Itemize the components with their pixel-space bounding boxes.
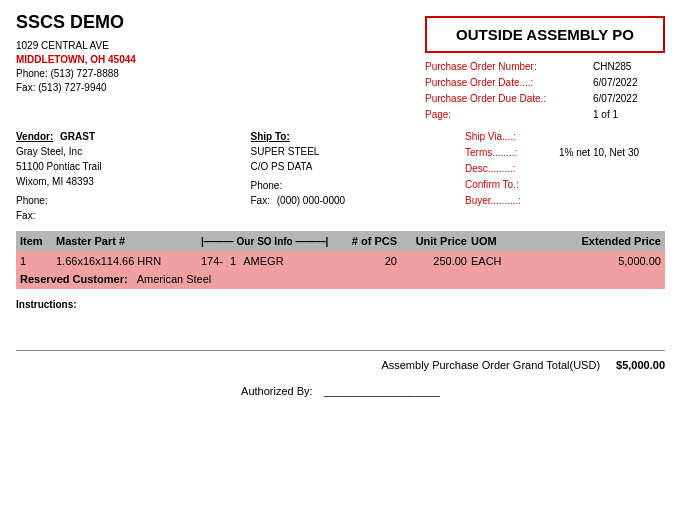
row-so-qty: 1 <box>230 255 236 267</box>
row-so-name: AMEGR <box>243 255 283 267</box>
row-so-num: 174- <box>201 255 223 267</box>
po-page-label: Page: <box>425 107 585 123</box>
col-header-item: Item <box>20 235 56 247</box>
ship-to-block: Ship To: SUPER STEEL C/O PS DATA Phone: … <box>251 129 431 223</box>
company-phone: Phone: (513) 727-8888 <box>16 67 136 81</box>
address-line1: 1029 CENTRAL AVE <box>16 39 136 53</box>
ship-via-row: Ship Via....: <box>465 129 665 145</box>
company-address: 1029 CENTRAL AVE MIDDLETOWN, OH 45044 Ph… <box>16 39 136 95</box>
middle-section: Vendor: GRAST Gray Steel, Inc 51100 Pont… <box>16 129 665 223</box>
vendor-fax-label: Fax: <box>16 210 35 221</box>
ship-label-row: Ship To: <box>251 129 431 144</box>
desc-row: Desc.........: <box>465 161 665 177</box>
page: SSCS DEMO 1029 CENTRAL AVE MIDDLETOWN, O… <box>0 0 681 514</box>
po-page-row: Page: 1 of 1 <box>425 107 665 123</box>
po-date-label: Purchase Order Date....: <box>425 75 585 91</box>
ship-label: Ship To: <box>251 131 290 142</box>
po-number-row: Purchase Order Number: CHN285 <box>425 59 665 75</box>
city-state-zip: MIDDLETOWN, OH 45044 <box>16 53 136 67</box>
po-due-value: 6/07/2022 <box>593 91 638 107</box>
row-ext-price: 5,000.00 <box>516 255 661 267</box>
grand-total-section: Assembly Purchase Order Grand Total(USD)… <box>16 359 665 371</box>
authorized-label: Authorized By: <box>241 385 313 397</box>
outside-assembly-label: OUTSIDE ASSEMBLY PO <box>425 16 665 53</box>
right-info-block: Ship Via....: Terms........: 1% net 10, … <box>465 129 665 223</box>
row-so-info: 174- 1 AMEGR <box>201 255 346 267</box>
reserved-label: Reserved Customer: <box>20 273 128 285</box>
po-info: Purchase Order Number: CHN285 Purchase O… <box>425 59 665 123</box>
reserved-value: American Steel <box>137 273 212 285</box>
vendor-phone-row: Phone: <box>16 193 216 208</box>
ship-fax-value: (000) 000-0000 <box>277 195 345 206</box>
po-date-row: Purchase Order Date....: 6/07/2022 <box>425 75 665 91</box>
po-due-row: Purchase Order Due Date.: 6/07/2022 <box>425 91 665 107</box>
table-row: 1 1.66x16x114.66 HRN 174- 1 AMEGR 20 250… <box>16 251 665 271</box>
ship-fax-label: Fax: <box>251 195 270 206</box>
divider-line <box>16 350 665 351</box>
terms-row: Terms........: 1% net 10, Net 30 <box>465 145 665 161</box>
vendor-fax-row: Fax: <box>16 208 216 223</box>
terms-label: Terms........: <box>465 145 555 161</box>
confirm-label: Confirm To.: <box>465 177 555 193</box>
po-due-label: Purchase Order Due Date.: <box>425 91 585 107</box>
po-page-value: 1 of 1 <box>593 107 618 123</box>
col-header-uom: UOM <box>471 235 516 247</box>
po-number-value: CHN285 <box>593 59 631 75</box>
table-header: Item Master Part # |——— Our SO Info ———|… <box>16 231 665 251</box>
vendor-phone-label: Phone: <box>16 195 48 206</box>
vendor-company: Gray Steel, Inc <box>16 144 216 159</box>
vendor-name: GRAST <box>60 131 95 142</box>
col-header-so-info: |——— Our SO Info ———| <box>201 236 346 247</box>
vendor-address: 51100 Pontiac Trail <box>16 159 216 174</box>
buyer-row: Buyer..........: <box>465 193 665 209</box>
row-unit-price: 250.00 <box>401 255 471 267</box>
right-header: OUTSIDE ASSEMBLY PO Purchase Order Numbe… <box>425 12 665 123</box>
header-section: SSCS DEMO 1029 CENTRAL AVE MIDDLETOWN, O… <box>16 12 665 123</box>
col-header-master: Master Part # <box>56 235 201 247</box>
grand-total-value: $5,000.00 <box>616 359 665 371</box>
company-fax: Fax: (513) 727-9940 <box>16 81 136 95</box>
ship-line2: C/O PS DATA <box>251 159 431 174</box>
row-uom: EACH <box>471 255 516 267</box>
authorized-line: ___________________ <box>324 385 440 397</box>
company-block: SSCS DEMO 1029 CENTRAL AVE MIDDLETOWN, O… <box>16 12 136 95</box>
ship-phone-row: Phone: <box>251 178 431 193</box>
col-header-ext: Extended Price <box>516 235 661 247</box>
desc-label: Desc.........: <box>465 161 555 177</box>
vendor-label: Vendor: <box>16 131 53 142</box>
vendor-label-row: Vendor: GRAST <box>16 129 216 144</box>
confirm-row: Confirm To.: <box>465 177 665 193</box>
ship-phone-label: Phone: <box>251 180 283 191</box>
terms-value: 1% net 10, Net 30 <box>559 145 639 161</box>
row-master-part: 1.66x16x114.66 HRN <box>56 255 201 267</box>
ship-line1: SUPER STEEL <box>251 144 431 159</box>
company-name: SSCS DEMO <box>16 12 136 33</box>
po-number-label: Purchase Order Number: <box>425 59 585 75</box>
col-header-unit: Unit Price <box>401 235 471 247</box>
instructions-section: Instructions: <box>16 299 665 310</box>
buyer-label: Buyer..........: <box>465 193 555 209</box>
ship-via-label: Ship Via....: <box>465 129 555 145</box>
row-num-pcs: 20 <box>346 255 401 267</box>
po-date-value: 6/07/2022 <box>593 75 638 91</box>
row-item: 1 <box>20 255 56 267</box>
authorized-section: Authorized By: ___________________ <box>16 385 665 397</box>
instructions-label: Instructions: <box>16 299 77 310</box>
reserved-customer-row: Reserved Customer: American Steel <box>16 271 665 289</box>
vendor-block: Vendor: GRAST Gray Steel, Inc 51100 Pont… <box>16 129 216 223</box>
grand-total-label: Assembly Purchase Order Grand Total(USD) <box>381 359 600 371</box>
vendor-city-state: Wixom, MI 48393 <box>16 174 216 189</box>
ship-fax-row: Fax: (000) 000-0000 <box>251 193 431 208</box>
col-header-pcs: # of PCS <box>346 235 401 247</box>
